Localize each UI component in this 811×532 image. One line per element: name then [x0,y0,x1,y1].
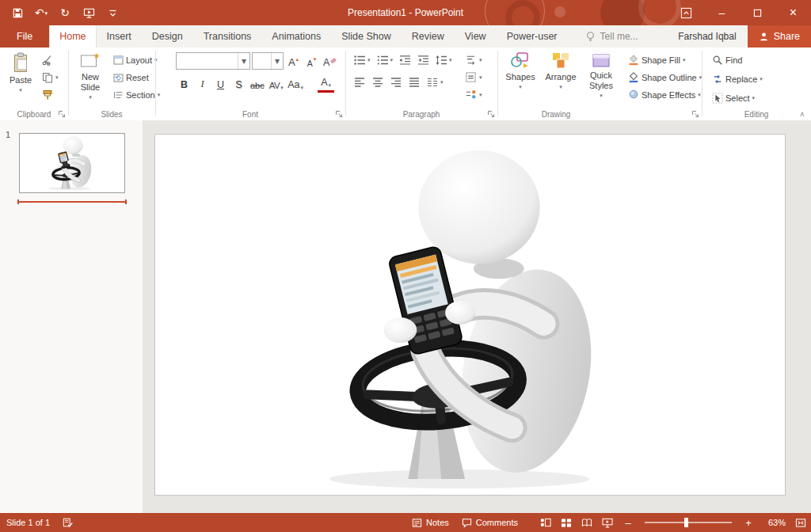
bold-button[interactable]: B [176,74,192,93]
zoom-in-button[interactable]: + [738,513,759,532]
tab-insert[interactable]: Insert [97,25,142,48]
reading-view-button[interactable] [577,513,597,532]
undo-icon: ↶ [35,7,44,18]
format-painter-button[interactable] [40,86,61,103]
clipboard-group-label: Clipboard [0,110,68,119]
align-left-button[interactable] [352,74,367,90]
tab-review[interactable]: Review [402,25,455,48]
redo-button[interactable]: ↻ [54,2,76,23]
arrange-button[interactable]: Arrange ▾ [542,49,580,89]
reset-icon [113,73,124,82]
line-spacing-button[interactable]: ▾ [433,51,454,68]
notes-button[interactable]: Notes [406,513,455,532]
numbering-icon [376,54,389,66]
shape-outline-button[interactable]: Shape Outline ▾ [626,69,704,86]
change-case-dropdown-arrow: ▾ [301,85,304,90]
numbering-button[interactable]: ▾ [375,51,395,68]
tab-power-user[interactable]: Power-user [497,25,568,48]
share-button[interactable]: Share [748,25,811,48]
close-button[interactable]: × [775,0,811,25]
replace-button[interactable]: Replace ▾ [710,70,765,87]
clear-formatting-button[interactable]: A [322,51,338,70]
text-direction-button[interactable]: ▾ [463,51,485,68]
text-shadow-button[interactable]: S [230,74,247,93]
tab-slideshow[interactable]: Slide Show [331,25,402,48]
undo-button[interactable]: ↶ ▾ [30,2,52,23]
shape-effects-button[interactable]: Shape Effects ▾ [626,86,704,103]
underline-button[interactable]: U [212,74,229,93]
shape-fill-button[interactable]: Shape Fill ▾ [626,51,704,68]
editing-group-label: Editing [702,110,811,119]
customize-quick-access-button[interactable] [101,2,124,23]
shape-fill-icon [628,54,639,66]
select-button[interactable]: Select ▾ [710,89,765,106]
normal-view-button[interactable] [535,513,556,532]
shrink-font-button[interactable]: A ▾ [303,51,320,70]
justify-button[interactable] [406,74,422,90]
maximize-button[interactable] [740,0,775,25]
tab-file[interactable]: File [0,25,49,48]
new-slide-label: New Slide [74,72,107,93]
tab-home[interactable]: Home [49,25,96,48]
align-right-button[interactable] [388,74,404,90]
italic-button[interactable]: I [194,74,211,93]
slideshow-view-button[interactable] [597,513,618,532]
tab-view[interactable]: View [455,25,497,48]
smartart-dropdown-arrow: ▾ [479,92,482,97]
zoom-percentage[interactable]: 63% [759,518,790,527]
ribbon-group-drawing: Shapes ▾ Arrange ▾ Quick Styles ▾ [497,48,702,120]
ribbon-display-options-button[interactable] [668,0,704,25]
slide-number-indicator[interactable]: Slide 1 of 1 [0,513,56,532]
new-slide-button[interactable]: New Slide ▾ [74,49,107,100]
slide-thumbnail[interactable] [19,133,125,193]
bullets-button[interactable]: ▾ [352,51,372,68]
font-color-button[interactable]: A ▾ [318,74,334,93]
drawing-dialog-launcher[interactable] [691,110,699,118]
align-text-button[interactable]: ▾ [463,69,485,86]
character-spacing-label: AV [269,81,280,90]
comments-label: Comments [476,518,518,527]
shapes-button[interactable]: Shapes ▾ [504,49,537,89]
find-button[interactable]: Find [710,51,765,68]
grow-font-button[interactable]: A ▴ [285,51,302,70]
zoom-slider-thumb[interactable] [684,518,688,527]
select-dropdown-arrow: ▾ [752,95,756,101]
change-case-button[interactable]: Aa ▾ [286,74,305,93]
slide-sorter-view-button[interactable] [556,513,577,532]
font-size-dropdown-arrow[interactable]: ▾ [271,53,283,69]
columns-button[interactable]: ▾ [425,74,445,90]
save-button[interactable] [6,2,29,23]
spell-check-button[interactable] [56,513,80,532]
signed-in-user[interactable]: Farshad Iqbal [667,25,747,48]
tab-design[interactable]: Design [142,25,193,48]
increase-indent-button[interactable] [415,51,431,68]
paste-button[interactable]: Paste ▾ [4,49,37,93]
zoom-slider[interactable] [645,522,732,523]
strikethrough-button[interactable]: abc [249,74,266,93]
quick-styles-button[interactable]: Quick Styles ▾ [583,49,619,98]
cut-button[interactable] [40,51,61,68]
font-name-dropdown-arrow[interactable]: ▾ [238,53,249,69]
font-size-combo[interactable]: ▾ [252,52,284,70]
minimize-button[interactable]: – [704,0,740,25]
comments-button[interactable]: Comments [455,513,524,532]
copy-button[interactable]: ▾ [40,69,61,86]
ribbon-display-options-icon [680,7,692,19]
font-name-combo[interactable]: ▾ [176,52,250,70]
align-center-button[interactable] [370,74,386,90]
tab-animations[interactable]: Animations [261,25,331,48]
tab-transitions[interactable]: Transitions [193,25,262,48]
zoom-out-button[interactable]: – [618,513,638,532]
decrease-indent-button[interactable] [397,51,413,68]
save-icon [12,7,24,19]
convert-to-smartart-button[interactable]: ▾ [463,86,485,103]
fit-slide-to-window-button[interactable] [790,513,811,532]
character-spacing-button[interactable]: AV ▾ [268,74,285,93]
slide-graphic-figure-texting-while-driving[interactable] [155,135,783,493]
collapse-ribbon-button[interactable]: ∧ [799,110,805,118]
slide-canvas[interactable] [143,120,811,513]
start-slideshow-button[interactable] [78,2,100,23]
slide[interactable] [154,134,786,496]
tell-me-box[interactable]: Tell me... [585,25,638,48]
fit-slide-icon [795,518,806,528]
